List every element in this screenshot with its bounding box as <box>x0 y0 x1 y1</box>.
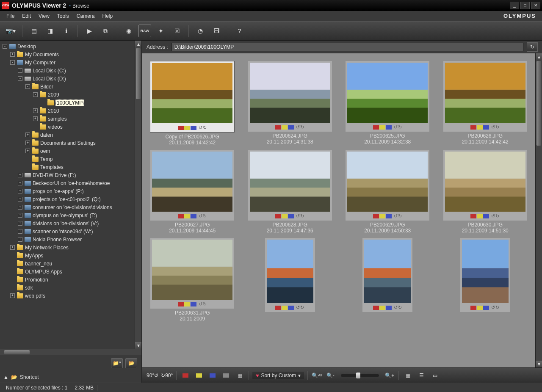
tree-item[interactable]: 100OLYMP <box>1 99 134 107</box>
dial-icon[interactable]: ◔ <box>194 25 207 37</box>
expand-icon[interactable]: + <box>10 293 15 298</box>
tree-item[interactable]: +projects on 'oe-c01-pool2' (Q:) <box>1 195 134 203</box>
tree-item[interactable]: +Local Disk (C:) <box>1 66 134 75</box>
rotate-left-button[interactable]: 90°↺ <box>147 370 158 381</box>
layout-grid-icon[interactable]: ▤ <box>28 25 40 37</box>
tree-item[interactable]: Templates <box>1 163 134 171</box>
expand-icon[interactable]: + <box>10 52 15 57</box>
filter-yellow-button[interactable] <box>194 370 205 381</box>
minimize-button[interactable]: _ <box>510 2 519 9</box>
tree-item[interactable]: -Local Disk (D:) <box>1 75 134 83</box>
thumbnail-item[interactable]: ↺↻PB200625.JPG20.11.2009 14:32:38 <box>343 61 432 146</box>
tree-vscrollbar[interactable]: ▴▾ <box>135 41 141 349</box>
expand-icon[interactable]: + <box>18 213 22 218</box>
expand-icon[interactable]: + <box>25 149 30 153</box>
tree-item[interactable]: -Bilder <box>1 83 134 91</box>
filter-blue-button[interactable] <box>207 370 218 381</box>
filter-all-button[interactable]: ▦ <box>234 370 245 381</box>
tree-item[interactable]: banner_neu <box>1 259 134 268</box>
sort-dropdown[interactable]: ♥ Sort by Custom ▾ <box>252 372 304 379</box>
filter-red-button[interactable] <box>180 370 191 381</box>
tree-item[interactable]: +olympus on 'oe-olympus' (T:) <box>1 211 134 219</box>
folder-tree[interactable]: -Desktop+My Documents-My Computer+Local … <box>0 41 135 349</box>
thumbnail-item[interactable]: ↺↻ <box>343 238 432 322</box>
thumbnail-item[interactable]: ↺↻ <box>441 238 530 322</box>
close-button[interactable]: ✕ <box>531 2 540 9</box>
tree-item[interactable]: +consumer on 'oe-divisions\divisions <box>1 203 134 211</box>
tree-item[interactable]: +My Network Places <box>1 243 134 251</box>
tree-item[interactable]: -Desktop <box>1 42 134 50</box>
thumbnail-area[interactable]: ↺↻Copy of PB200626.JPG20.11.2009 14:42:4… <box>142 53 535 367</box>
collapse-icon[interactable]: - <box>33 92 38 97</box>
menu-file[interactable]: File <box>3 12 18 20</box>
expand-icon[interactable]: + <box>18 205 22 210</box>
thumbnail-item[interactable]: ↺↻ <box>246 238 335 322</box>
thumb-vscrollbar[interactable]: ▴▾ <box>535 53 542 367</box>
thumbnail-item[interactable]: ↺↻Copy of PB200626.JPG20.11.2009 14:42:4… <box>148 61 237 146</box>
menu-tools[interactable]: Tools <box>53 12 73 20</box>
tree-item[interactable]: +samples <box>1 115 134 123</box>
help-icon[interactable]: ? <box>233 25 246 37</box>
expand-icon[interactable]: + <box>18 173 22 177</box>
zoom-all-button[interactable]: 🔍All <box>311 370 322 381</box>
tree-item[interactable]: sdk <box>1 284 134 292</box>
tree-item[interactable]: videos <box>1 123 134 131</box>
new-folder-button[interactable]: 📁* <box>111 358 123 368</box>
tree-item[interactable]: +BeckedorUI on 'oe-home\home\oe <box>1 179 134 187</box>
tree-item[interactable]: OLYMPUS Apps <box>1 268 134 276</box>
expand-up-icon[interactable]: ▲ <box>3 375 8 380</box>
menu-camera[interactable]: Camera <box>73 12 99 20</box>
tree-item[interactable]: Temp <box>1 155 134 163</box>
tree-item[interactable]: +My Documents <box>1 50 134 58</box>
address-input[interactable] <box>171 43 523 51</box>
tree-item[interactable]: +2010 <box>1 107 134 115</box>
tree-item[interactable]: -My Computer <box>1 58 134 66</box>
zoom-slider[interactable] <box>341 374 379 377</box>
menu-help[interactable]: Help <box>99 12 117 20</box>
rgb-adjust-icon[interactable]: ◉ <box>122 25 135 37</box>
thumbnail-item[interactable]: ↺↻PB200631.JPG20.11.2009 <box>148 238 237 322</box>
expand-icon[interactable]: + <box>25 133 30 137</box>
shortcut-panel-header[interactable]: ▲ 📂 Shortcut <box>0 371 141 383</box>
expand-icon[interactable]: + <box>18 189 22 193</box>
tree-item[interactable]: -2009 <box>1 91 134 99</box>
expand-icon[interactable]: + <box>18 237 22 242</box>
tree-item[interactable]: +DVD-RW Drive (F:) <box>1 171 134 179</box>
expand-icon[interactable]: + <box>25 141 30 145</box>
magic-wand-icon[interactable]: ✦ <box>155 25 167 37</box>
expand-icon[interactable]: + <box>18 181 22 185</box>
film-icon[interactable]: 🎞 <box>210 25 223 37</box>
tree-item[interactable]: +web pdfs <box>1 292 134 300</box>
tree-item[interactable]: Promotion <box>1 276 134 284</box>
collapse-icon[interactable]: - <box>10 60 15 65</box>
split-view-icon[interactable]: ◨ <box>44 25 56 37</box>
rotate-right-button[interactable]: ↻90° <box>161 370 173 381</box>
slideshow-icon[interactable]: ▶ <box>83 25 96 37</box>
collapse-icon[interactable]: - <box>25 84 30 89</box>
filter-grey-button[interactable] <box>221 370 232 381</box>
expand-icon[interactable]: + <box>18 68 22 73</box>
expand-icon[interactable]: + <box>33 116 38 121</box>
tree-item[interactable]: +scanner on 'ntsoe094' (W:) <box>1 227 134 235</box>
expand-icon[interactable]: + <box>18 229 22 234</box>
thumbnail-item[interactable]: ↺↻PB200628.JPG20.11.2009 14:47:36 <box>246 150 335 234</box>
thumbnail-item[interactable]: ↺↻PB200627.JPG20.11.2009 14:44:45 <box>148 150 237 234</box>
view-grid-button[interactable]: ▦ <box>402 370 413 381</box>
tree-item[interactable]: +oem <box>1 147 134 155</box>
thumbnail-item[interactable]: ↺↻PB200629.JPG20.11.2009 14:50:33 <box>343 150 432 234</box>
view-list-button[interactable]: ☰ <box>416 370 427 381</box>
expand-icon[interactable]: + <box>18 221 22 226</box>
thumbnail-item[interactable]: ↺↻PB200626.JPG20.11.2009 14:42:42 <box>441 61 530 146</box>
crop-icon[interactable]: ☒ <box>171 25 183 37</box>
tree-item[interactable]: +divisions on 'oe-divisions' (V:) <box>1 219 134 227</box>
collapse-icon[interactable]: - <box>18 76 22 81</box>
expand-icon[interactable]: + <box>10 245 15 250</box>
info-icon[interactable]: ℹ <box>60 25 72 37</box>
tree-item[interactable]: MyApps <box>1 251 134 259</box>
tree-hscrollbar[interactable] <box>0 349 141 355</box>
expand-icon[interactable]: + <box>18 197 22 202</box>
menu-view[interactable]: View <box>35 12 53 20</box>
thumbnail-item[interactable]: ↺↻PB200624.JPG20.11.2009 14:31:38 <box>246 61 335 146</box>
thumbnail-item[interactable]: ↺↻PB200630.JPG20.11.2009 14:51:30 <box>441 150 530 234</box>
raw-icon[interactable]: RAW <box>138 25 151 37</box>
